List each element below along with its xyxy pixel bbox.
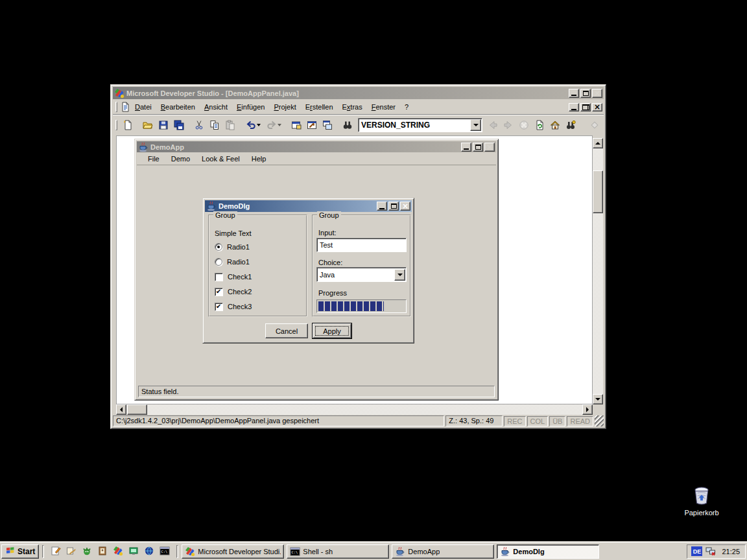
- menubar-grip[interactable]: [115, 102, 117, 112]
- build-tool-button[interactable]: [304, 117, 320, 133]
- menu-fenster[interactable]: Fenster: [367, 102, 400, 112]
- radio-radio1-checked[interactable]: [215, 243, 222, 251]
- window-split-button[interactable]: [289, 117, 304, 133]
- group-label: Group: [213, 211, 237, 219]
- minimize-button[interactable]: [377, 202, 387, 211]
- search-icon: [565, 120, 576, 130]
- choice-dropdown-button[interactable]: [394, 269, 405, 281]
- menu-einfügen[interactable]: Einfügen: [232, 102, 269, 112]
- scroll-left-button[interactable]: [116, 404, 126, 415]
- menu-bearbeiten[interactable]: Bearbeiten: [156, 102, 200, 112]
- demodlg-titlebar[interactable]: DemoDlg ×: [205, 200, 412, 212]
- input-field[interactable]: [316, 238, 407, 252]
- taskbar-divider: [42, 545, 44, 558]
- menu-file[interactable]: File: [142, 154, 165, 164]
- redo-button: [263, 117, 284, 133]
- quicklaunch-msdev-button[interactable]: [112, 545, 124, 558]
- menu-ansicht[interactable]: Ansicht: [200, 102, 232, 112]
- close-button[interactable]: ×: [484, 143, 495, 152]
- maximize-button[interactable]: [473, 143, 483, 152]
- mdi-close-button[interactable]: ×: [592, 103, 602, 111]
- window-layout-icon: [322, 120, 333, 130]
- scroll-right-button[interactable]: [582, 404, 593, 415]
- menu-datei[interactable]: Datei: [130, 102, 156, 112]
- scroll-down-button[interactable]: [593, 394, 603, 404]
- quick-launch-bar: C:\: [47, 545, 173, 558]
- quicklaunch-address-book-button[interactable]: [96, 545, 109, 558]
- indicator-rec: REC: [504, 416, 525, 426]
- version-combobox[interactable]: VERSION_STRING: [358, 118, 482, 132]
- chevron-down-icon: [473, 124, 479, 129]
- open-folder-button[interactable]: [140, 117, 156, 133]
- horizontal-scrollbar[interactable]: [116, 404, 593, 415]
- new-document-button[interactable]: [120, 117, 136, 133]
- close-button[interactable]: ×: [592, 89, 602, 98]
- radio-radio1-unchecked[interactable]: [215, 258, 222, 266]
- msdev-app-icon: [114, 88, 124, 99]
- vertical-scrollbar-thumb[interactable]: [593, 170, 603, 213]
- quicklaunch-netmeeting-button[interactable]: [127, 545, 140, 558]
- quicklaunch-console-button[interactable]: C:\: [158, 545, 171, 558]
- menu-look-feel[interactable]: Look & Feel: [196, 154, 246, 164]
- copy-icon: [209, 120, 220, 130]
- desktop: Microsoft Developer Studio - [DemoAppPan…: [0, 0, 747, 560]
- vertical-scrollbar[interactable]: [593, 138, 603, 404]
- quicklaunch-editor-button[interactable]: [49, 545, 62, 558]
- home-button[interactable]: [547, 117, 563, 133]
- save-all-icon: [174, 120, 184, 130]
- copy-button[interactable]: [207, 117, 222, 133]
- maximize-button[interactable]: [388, 202, 399, 211]
- quicklaunch-globe-button[interactable]: [143, 545, 156, 558]
- minimize-button[interactable]: [461, 143, 471, 152]
- keyboard-layout-indicator[interactable]: DE: [691, 546, 702, 556]
- save-all-button[interactable]: [171, 117, 187, 133]
- msdev-titlebar[interactable]: Microsoft Developer Studio - [DemoAppPan…: [113, 87, 604, 99]
- minimize-button[interactable]: [569, 89, 579, 98]
- menu-help[interactable]: ?: [400, 102, 413, 112]
- choice-combobox[interactable]: Java: [316, 267, 407, 282]
- toolbar-separator: [238, 124, 243, 125]
- mdi-minimize-button[interactable]: [569, 103, 579, 111]
- combobox-dropdown-button[interactable]: [470, 119, 481, 131]
- scroll-up-button[interactable]: [593, 138, 603, 148]
- start-button[interactable]: Start: [1, 544, 39, 559]
- checkbox-check1-unchecked[interactable]: [215, 273, 223, 281]
- undo-icon: [246, 120, 256, 130]
- horizontal-scrollbar-thumb[interactable]: [127, 404, 147, 415]
- mdi-restore-button[interactable]: [580, 103, 591, 111]
- recycle-bin-icon[interactable]: Papierkorb: [680, 484, 724, 517]
- apply-button[interactable]: Apply: [313, 323, 351, 338]
- toolbar-grip[interactable]: [115, 120, 117, 130]
- document-icon[interactable]: [120, 102, 130, 112]
- quicklaunch-stationery-button[interactable]: [65, 545, 78, 558]
- window-layout-button[interactable]: [320, 117, 335, 133]
- checkbox-check3-checked[interactable]: [215, 303, 223, 311]
- taskbar-task-demodlg[interactable]: DemoDlg: [497, 544, 599, 559]
- quicklaunch-creature-button[interactable]: [80, 545, 93, 558]
- undo-button[interactable]: [243, 117, 263, 133]
- resize-grip[interactable]: [595, 415, 604, 426]
- menu-erstellen[interactable]: Erstellen: [301, 102, 338, 112]
- network-status-icon[interactable]: [706, 546, 716, 557]
- save-button[interactable]: [156, 117, 171, 133]
- close-button[interactable]: ×: [400, 202, 410, 211]
- checkbox-check2-checked[interactable]: [215, 288, 223, 296]
- group-label: Group: [317, 211, 341, 219]
- taskbar-task-demoapp[interactable]: DemoApp: [392, 544, 494, 559]
- search-button[interactable]: [563, 117, 578, 133]
- checkbox-label: Check1: [228, 273, 252, 281]
- msdev-statusbar: C:\j2sdk1.4.2_03\prj\DemoApp\DemoAppPane…: [113, 415, 604, 426]
- taskbar-task-microsoft-developer-studi[interactable]: Microsoft Developer Studi...: [182, 544, 284, 559]
- maximize-button[interactable]: [580, 89, 591, 98]
- find-button[interactable]: [340, 117, 355, 133]
- refresh-button[interactable]: [532, 117, 547, 133]
- menu-demo[interactable]: Demo: [165, 154, 196, 164]
- menu-help[interactable]: Help: [246, 154, 272, 164]
- demoapp-titlebar[interactable]: DemoApp ×: [137, 141, 496, 152]
- address-book-icon: [97, 546, 108, 557]
- menu-projekt[interactable]: Projekt: [269, 102, 300, 112]
- cancel-button[interactable]: Cancel: [265, 323, 308, 338]
- taskbar-task-shell-sh[interactable]: C:\Shell - sh: [287, 544, 389, 559]
- menu-extras[interactable]: Extras: [338, 102, 367, 112]
- cut-button[interactable]: [191, 117, 207, 133]
